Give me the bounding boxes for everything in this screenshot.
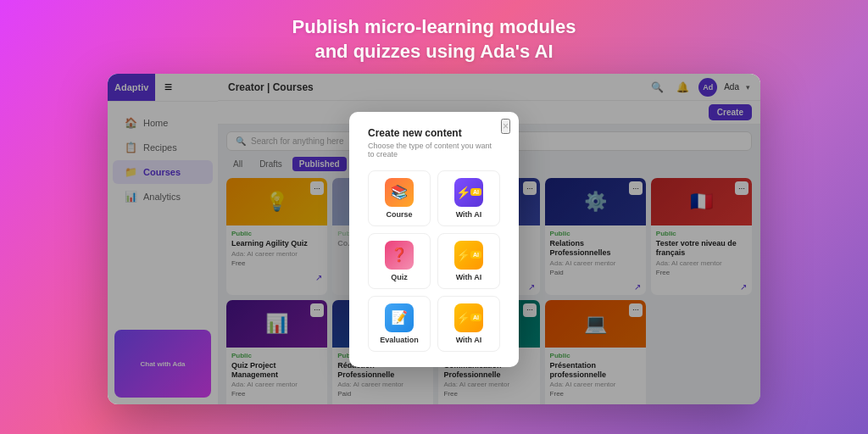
option-quiz[interactable]: ❓ Quiz <box>368 233 431 289</box>
option-evaluation-ai[interactable]: ⚡AI With AI <box>437 296 500 352</box>
headline: Publish micro-learning modules and quizz… <box>292 0 576 74</box>
modal-close-button[interactable]: × <box>501 119 510 134</box>
app-window: Adaptiv ≡ 🏠 Home 📋 Recipes 📁 Courses 📊 A… <box>108 74 760 404</box>
option-label: Evaluation <box>380 336 419 344</box>
option-label: With AI <box>456 273 482 281</box>
modal-options: 📚 Course ⚡AI With AI ❓ Quiz ⚡AI With AI … <box>368 170 500 352</box>
evaluation-icon: 📝 <box>385 303 414 332</box>
modal-subtitle: Choose the type of content you want to c… <box>368 142 500 159</box>
option-label: Quiz <box>391 273 408 281</box>
modal-title: Create new content <box>368 127 500 139</box>
course-icon: 📚 <box>385 178 414 207</box>
evaluation-ai-icon: ⚡AI <box>454 303 483 332</box>
option-quiz-ai[interactable]: ⚡AI With AI <box>437 233 500 289</box>
modal-overlay[interactable]: × Create new content Choose the type of … <box>108 74 760 404</box>
quiz-ai-icon: ⚡AI <box>454 241 483 270</box>
create-content-modal: × Create new content Choose the type of … <box>349 112 519 367</box>
option-course[interactable]: 📚 Course <box>368 170 431 226</box>
course-ai-icon: ⚡AI <box>454 178 483 207</box>
option-evaluation[interactable]: 📝 Evaluation <box>368 296 431 352</box>
quiz-icon: ❓ <box>385 241 414 270</box>
option-label: Course <box>386 210 412 219</box>
option-label: With AI <box>456 336 482 344</box>
option-course-ai[interactable]: ⚡AI With AI <box>437 170 500 226</box>
option-label: With AI <box>456 210 482 219</box>
